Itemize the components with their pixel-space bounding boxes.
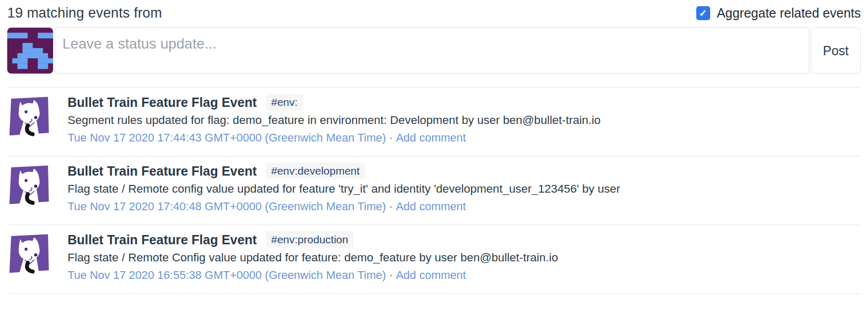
- event-stream-page: 19 matching events from ✓ Aggregate rela…: [0, 0, 868, 313]
- pixel-identicon-avatar: [7, 27, 53, 74]
- event-row: Bullet Train Feature Flag Event #env:dev…: [7, 156, 861, 225]
- meta-separator: ·: [386, 200, 396, 213]
- event-title: Bullet Train Feature Flag Event: [68, 162, 257, 180]
- event-title: Bullet Train Feature Flag Event: [68, 230, 257, 249]
- event-meta: Tue Nov 17 2020 17:44:43 GMT+0000 (Green…: [68, 129, 861, 146]
- aggregate-label: Aggregate related events: [717, 6, 861, 21]
- status-update-input[interactable]: [55, 27, 809, 74]
- datadog-dog-logo-icon: [7, 164, 51, 208]
- datadog-dog-logo-icon: [7, 96, 51, 139]
- event-meta: Tue Nov 17 2020 16:55:38 GMT+0000 (Green…: [68, 267, 861, 284]
- post-button[interactable]: Post: [811, 27, 861, 74]
- event-timestamp-link[interactable]: Tue Nov 17 2020 17:40:48 GMT+0000 (Green…: [68, 200, 386, 213]
- event-meta: Tue Nov 17 2020 17:40:48 GMT+0000 (Green…: [68, 198, 861, 215]
- event-description: Flag state / Remote Config value updated…: [68, 249, 861, 267]
- event-title-row: Bullet Train Feature Flag Event #env:pro…: [68, 230, 861, 249]
- event-body: Bullet Train Feature Flag Event #env: Se…: [68, 93, 861, 146]
- event-env-tag[interactable]: #env:production: [266, 231, 354, 248]
- datadog-dog-logo-icon: [7, 233, 51, 277]
- event-row: Bullet Train Feature Flag Event #env: Se…: [7, 87, 861, 156]
- add-comment-link[interactable]: Add comment: [396, 269, 466, 281]
- event-title-row: Bullet Train Feature Flag Event #env:: [68, 93, 861, 112]
- meta-separator: ·: [386, 269, 396, 281]
- event-timestamp-link[interactable]: Tue Nov 17 2020 17:44:43 GMT+0000 (Green…: [68, 131, 386, 144]
- event-env-tag[interactable]: #env:development: [266, 163, 366, 179]
- event-row: Bullet Train Feature Flag Event #env:pro…: [7, 225, 861, 293]
- header: 19 matching events from ✓ Aggregate rela…: [7, 0, 861, 23]
- events-list: Bullet Train Feature Flag Event #env: Se…: [7, 87, 861, 294]
- event-title: Bullet Train Feature Flag Event: [68, 93, 257, 112]
- meta-separator: ·: [386, 131, 396, 144]
- event-body: Bullet Train Feature Flag Event #env:pro…: [68, 230, 861, 284]
- event-description: Flag state / Remote config value updated…: [68, 180, 861, 198]
- status-composer: Post: [7, 27, 861, 74]
- bottom-divider: [7, 293, 861, 294]
- checkbox-checked-icon[interactable]: ✓: [696, 6, 710, 20]
- event-description: Segment rules updated for flag: demo_fea…: [68, 112, 861, 129]
- event-env-tag[interactable]: #env:: [266, 94, 303, 111]
- add-comment-link[interactable]: Add comment: [396, 200, 466, 213]
- add-comment-link[interactable]: Add comment: [396, 131, 466, 144]
- event-title-row: Bullet Train Feature Flag Event #env:dev…: [68, 162, 861, 180]
- event-timestamp-link[interactable]: Tue Nov 17 2020 16:55:38 GMT+0000 (Green…: [68, 269, 386, 281]
- aggregate-related-events-toggle[interactable]: ✓ Aggregate related events: [696, 6, 861, 21]
- event-body: Bullet Train Feature Flag Event #env:dev…: [68, 162, 861, 215]
- page-title: 19 matching events from: [7, 5, 162, 21]
